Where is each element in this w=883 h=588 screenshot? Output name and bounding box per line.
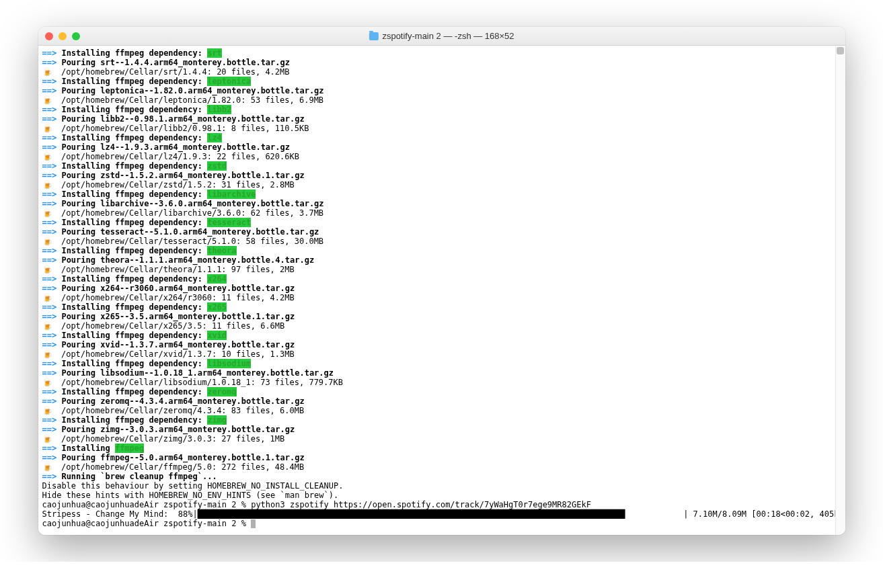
progress-stats: | 7.10M/8.09M [00:18<00:02, 405kB/s] (679, 509, 845, 519)
beer-icon: 🍺 (42, 265, 52, 274)
prompt: caojunhua@caojunhuadeAir zspotify-main 2… (42, 519, 252, 528)
beer-icon: 🍺 (42, 152, 52, 161)
maximize-button[interactable] (72, 32, 80, 40)
terminal-window: zspotify-main 2 — -zsh — 168×52 ==> Inst… (38, 27, 845, 535)
beer-icon: 🍺 (42, 321, 52, 331)
title-text: zspotify-main 2 — -zsh — 168×52 (382, 31, 514, 41)
titlebar[interactable]: zspotify-main 2 — -zsh — 168×52 (38, 27, 845, 46)
cursor (251, 519, 256, 528)
beer-icon: 🍺 (42, 378, 52, 387)
beer-icon: 🍺 (42, 180, 52, 190)
terminal-body[interactable]: ==> Installing ffmpeg dependency: srt==>… (38, 46, 845, 535)
beer-icon: 🍺 (42, 95, 52, 105)
traffic-lights (45, 32, 80, 40)
scrollbar-thumb[interactable] (837, 47, 844, 54)
beer-icon: 🍺 (42, 67, 52, 77)
beer-icon: 🍺 (42, 462, 52, 472)
close-button[interactable] (45, 32, 53, 40)
progress-label: Stripess - Change My Mind: 88%| (42, 509, 198, 519)
scrollbar-track[interactable] (835, 46, 845, 535)
beer-icon: 🍺 (42, 406, 52, 415)
beer-icon: 🍺 (42, 124, 52, 133)
beer-icon: 🍺 (42, 349, 52, 359)
minimize-button[interactable] (59, 32, 67, 40)
terminal-output: ==> Installing ffmpeg dependency: srt==>… (42, 48, 841, 528)
beer-icon: 🍺 (42, 293, 52, 302)
window-title: zspotify-main 2 — -zsh — 168×52 (369, 31, 514, 41)
folder-icon (369, 32, 378, 40)
beer-icon: 🍺 (42, 434, 52, 444)
beer-icon: 🍺 (42, 237, 52, 246)
progress-bar: ████████████████████████████████████████… (198, 509, 625, 519)
beer-icon: 🍺 (42, 208, 52, 218)
